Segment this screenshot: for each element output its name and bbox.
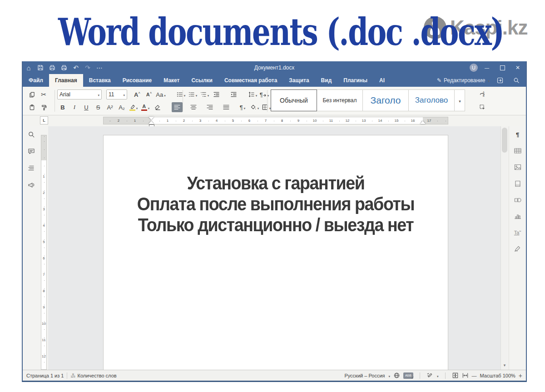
- more-commands-icon[interactable]: [94, 63, 105, 73]
- paste-button[interactable]: [26, 102, 37, 112]
- numbered-list-button[interactable]: [187, 89, 198, 99]
- line-spacing-button[interactable]: [247, 89, 258, 99]
- announcement-icon[interactable]: [27, 180, 36, 189]
- scrollbar-down-arrow[interactable]: [501, 362, 508, 369]
- image-panel-icon[interactable]: [513, 163, 522, 172]
- save-icon[interactable]: [35, 63, 46, 73]
- chart-panel-icon[interactable]: [513, 212, 522, 221]
- align-right-button[interactable]: [204, 102, 215, 112]
- ribbon-separator: [183, 90, 183, 112]
- format-painter-button[interactable]: [38, 102, 49, 112]
- tab-home[interactable]: Главная: [49, 74, 83, 87]
- redo-icon[interactable]: [82, 63, 94, 73]
- style-heading2[interactable]: Заголово: [408, 89, 455, 111]
- quick-print-icon[interactable]: [58, 63, 70, 73]
- increase-indent-button[interactable]: [228, 89, 239, 99]
- show-formatting-marks-button[interactable]: [237, 102, 248, 112]
- tab-layout[interactable]: Макет: [158, 74, 185, 87]
- clear-formatting-button[interactable]: [152, 102, 163, 112]
- doc-line-2: Оплата после выполнения работы: [114, 194, 438, 214]
- tab-protection[interactable]: Защита: [283, 74, 315, 87]
- user-avatar[interactable]: U: [470, 64, 478, 72]
- justify-button[interactable]: [221, 102, 232, 112]
- underline-button[interactable]: U: [81, 102, 92, 112]
- tab-insert[interactable]: Вставка: [83, 74, 117, 87]
- italic-button[interactable]: I: [69, 102, 80, 112]
- borders-button[interactable]: [261, 102, 272, 112]
- ruler-number: 2: [117, 119, 120, 122]
- replace-button[interactable]: AB: [477, 89, 488, 99]
- subscript-button[interactable]: A₂: [116, 102, 127, 112]
- word-count-label[interactable]: Количество слов: [77, 373, 116, 378]
- fit-width-icon[interactable]: [462, 372, 469, 379]
- font-size-combo[interactable]: 11: [106, 89, 127, 99]
- zoom-in-button[interactable]: [519, 372, 522, 379]
- superscript-button[interactable]: A²: [104, 102, 115, 112]
- style-no-spacing[interactable]: Без интервал: [317, 89, 363, 111]
- signature-panel-icon[interactable]: [513, 244, 522, 253]
- tab-draw[interactable]: Рисование: [117, 74, 158, 87]
- multilevel-list-button[interactable]: [199, 89, 210, 99]
- tab-collaboration[interactable]: Совместная работа: [218, 74, 283, 87]
- undo-icon[interactable]: [70, 63, 82, 73]
- left-indent-marker[interactable]: [149, 121, 154, 124]
- tab-ai[interactable]: AI: [373, 74, 391, 87]
- tab-file[interactable]: Файл: [23, 74, 49, 87]
- maximize-button[interactable]: [496, 63, 509, 73]
- text-art-panel-icon[interactable]: Ta ˜: [513, 228, 522, 237]
- minimize-button[interactable]: [481, 63, 493, 73]
- fit-page-icon[interactable]: [452, 372, 459, 379]
- comments-icon[interactable]: [27, 147, 36, 156]
- home-icon[interactable]: [23, 63, 35, 73]
- shapes-panel-icon[interactable]: [513, 195, 522, 204]
- doc-line-3: Только дистанционно / выезда нет: [114, 214, 438, 235]
- styles-gallery-more-button[interactable]: [454, 89, 465, 111]
- bullet-list-button[interactable]: [175, 89, 186, 99]
- tab-plugins[interactable]: Плагины: [337, 74, 373, 87]
- spellcheck-toggle[interactable]: АБВ: [403, 372, 413, 379]
- font-color-button[interactable]: A: [140, 102, 151, 112]
- table-panel-icon[interactable]: [513, 146, 522, 155]
- search-icon[interactable]: [27, 130, 36, 139]
- bold-button[interactable]: B: [57, 102, 68, 112]
- copy-button[interactable]: [26, 89, 37, 99]
- vertical-scrollbar[interactable]: [500, 126, 509, 370]
- change-case-button[interactable]: Aa: [155, 89, 166, 99]
- decrease-indent-button[interactable]: [211, 89, 222, 99]
- print-icon[interactable]: [46, 63, 58, 73]
- open-file-location-icon[interactable]: [494, 75, 506, 85]
- paragraph-direction-button[interactable]: [259, 89, 270, 99]
- style-normal[interactable]: Обычный: [271, 89, 317, 111]
- page-info[interactable]: Страница 1 из 1: [26, 373, 64, 378]
- highlight-color-button[interactable]: [128, 102, 139, 112]
- tab-references[interactable]: Ссылки: [185, 74, 218, 87]
- zoom-out-button[interactable]: [472, 373, 477, 378]
- chevron-down-icon: [388, 373, 391, 378]
- editing-mode-selector[interactable]: Редактирование: [437, 77, 490, 84]
- font-name-combo[interactable]: Arial: [57, 89, 102, 99]
- navigation-headings-icon[interactable]: [27, 164, 36, 173]
- search-icon[interactable]: [510, 75, 522, 85]
- align-left-button[interactable]: [172, 102, 183, 112]
- strikethrough-button[interactable]: S: [93, 102, 104, 112]
- language-selector[interactable]: Русский – Россия: [344, 373, 385, 378]
- globe-icon[interactable]: [393, 372, 400, 379]
- text-frame-panel-icon[interactable]: [513, 179, 522, 188]
- right-indent-marker[interactable]: [420, 121, 426, 124]
- tab-stop-selector[interactable]: L: [40, 116, 48, 124]
- cut-button[interactable]: [38, 89, 49, 99]
- document-page[interactable]: Установка с гарантией Оплата после выпол…: [103, 135, 448, 370]
- first-line-indent-marker[interactable]: [149, 117, 154, 120]
- align-center-button[interactable]: [188, 102, 199, 112]
- shrink-font-button[interactable]: A˄: [144, 89, 154, 99]
- scrollbar-thumb[interactable]: [502, 128, 507, 153]
- shading-button[interactable]: [249, 102, 260, 112]
- tab-view[interactable]: Вид: [315, 74, 338, 87]
- document-area[interactable]: Установка с гарантией Оплата после выпол…: [48, 126, 500, 370]
- grow-font-button[interactable]: A˄: [132, 89, 143, 99]
- style-heading1[interactable]: Заголо: [362, 89, 409, 111]
- close-button[interactable]: [511, 63, 524, 73]
- paragraph-panel-icon[interactable]: [513, 130, 522, 139]
- track-changes-icon[interactable]: [426, 372, 433, 379]
- select-button[interactable]: [477, 102, 488, 112]
